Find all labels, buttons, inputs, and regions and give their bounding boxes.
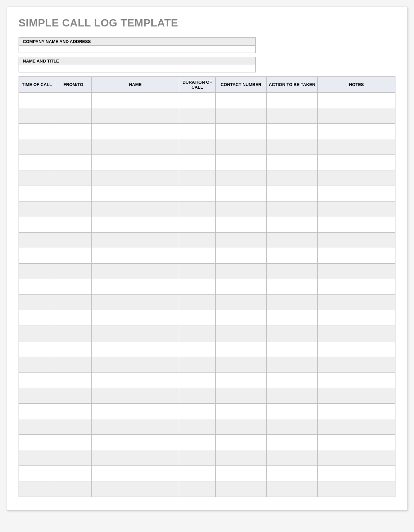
table-cell[interactable]: [92, 186, 179, 201]
table-cell[interactable]: [267, 466, 318, 481]
table-cell[interactable]: [179, 310, 216, 326]
table-cell[interactable]: [19, 481, 55, 497]
table-cell[interactable]: [92, 93, 179, 108]
table-cell[interactable]: [19, 186, 55, 201]
table-cell[interactable]: [216, 139, 267, 155]
table-cell[interactable]: [92, 466, 179, 481]
table-cell[interactable]: [216, 295, 267, 310]
table-cell[interactable]: [267, 450, 318, 466]
table-cell[interactable]: [19, 108, 55, 124]
table-cell[interactable]: [216, 201, 267, 217]
table-cell[interactable]: [216, 108, 267, 124]
table-cell[interactable]: [55, 139, 92, 155]
table-cell[interactable]: [179, 233, 216, 248]
table-cell[interactable]: [179, 435, 216, 450]
table-cell[interactable]: [55, 466, 92, 481]
table-cell[interactable]: [267, 373, 318, 388]
table-cell[interactable]: [179, 248, 216, 264]
table-cell[interactable]: [216, 481, 267, 497]
table-cell[interactable]: [267, 388, 318, 404]
table-cell[interactable]: [55, 310, 92, 326]
table-cell[interactable]: [55, 341, 92, 357]
table-cell[interactable]: [318, 357, 395, 373]
table-cell[interactable]: [216, 279, 267, 295]
table-cell[interactable]: [92, 248, 179, 264]
table-cell[interactable]: [216, 419, 267, 435]
table-cell[interactable]: [179, 186, 216, 201]
table-cell[interactable]: [55, 217, 92, 233]
table-cell[interactable]: [216, 388, 267, 404]
table-cell[interactable]: [19, 450, 55, 466]
table-cell[interactable]: [318, 481, 395, 497]
table-cell[interactable]: [92, 341, 179, 357]
table-cell[interactable]: [55, 419, 92, 435]
table-cell[interactable]: [267, 264, 318, 279]
table-cell[interactable]: [318, 310, 395, 326]
table-cell[interactable]: [318, 155, 395, 170]
table-cell[interactable]: [179, 279, 216, 295]
table-cell[interactable]: [19, 201, 55, 217]
table-cell[interactable]: [92, 435, 179, 450]
table-cell[interactable]: [267, 435, 318, 450]
table-cell[interactable]: [179, 373, 216, 388]
table-cell[interactable]: [55, 279, 92, 295]
table-cell[interactable]: [55, 248, 92, 264]
table-cell[interactable]: [216, 466, 267, 481]
table-cell[interactable]: [267, 108, 318, 124]
table-cell[interactable]: [55, 481, 92, 497]
table-cell[interactable]: [19, 310, 55, 326]
table-cell[interactable]: [216, 357, 267, 373]
table-cell[interactable]: [267, 217, 318, 233]
table-cell[interactable]: [267, 139, 318, 155]
table-cell[interactable]: [216, 186, 267, 201]
table-cell[interactable]: [92, 108, 179, 124]
table-cell[interactable]: [19, 435, 55, 450]
table-cell[interactable]: [55, 93, 92, 108]
table-cell[interactable]: [92, 481, 179, 497]
table-cell[interactable]: [179, 388, 216, 404]
table-cell[interactable]: [318, 108, 395, 124]
table-cell[interactable]: [179, 295, 216, 310]
table-cell[interactable]: [55, 264, 92, 279]
table-cell[interactable]: [55, 435, 92, 450]
table-cell[interactable]: [267, 233, 318, 248]
table-cell[interactable]: [267, 481, 318, 497]
table-cell[interactable]: [318, 233, 395, 248]
table-cell[interactable]: [92, 170, 179, 186]
table-cell[interactable]: [92, 450, 179, 466]
table-cell[interactable]: [92, 310, 179, 326]
table-cell[interactable]: [216, 248, 267, 264]
table-cell[interactable]: [318, 279, 395, 295]
table-cell[interactable]: [318, 419, 395, 435]
table-cell[interactable]: [318, 466, 395, 481]
table-cell[interactable]: [92, 404, 179, 419]
table-cell[interactable]: [179, 170, 216, 186]
table-cell[interactable]: [55, 233, 92, 248]
table-cell[interactable]: [55, 373, 92, 388]
table-cell[interactable]: [19, 357, 55, 373]
table-cell[interactable]: [216, 93, 267, 108]
table-cell[interactable]: [267, 155, 318, 170]
table-cell[interactable]: [92, 264, 179, 279]
table-cell[interactable]: [55, 326, 92, 341]
table-cell[interactable]: [318, 388, 395, 404]
table-cell[interactable]: [179, 341, 216, 357]
table-cell[interactable]: [55, 295, 92, 310]
table-cell[interactable]: [179, 481, 216, 497]
table-cell[interactable]: [318, 248, 395, 264]
table-cell[interactable]: [92, 326, 179, 341]
table-cell[interactable]: [216, 341, 267, 357]
company-info-field[interactable]: [19, 46, 256, 53]
table-cell[interactable]: [267, 93, 318, 108]
table-cell[interactable]: [216, 124, 267, 139]
table-cell[interactable]: [19, 124, 55, 139]
table-cell[interactable]: [92, 155, 179, 170]
table-cell[interactable]: [55, 108, 92, 124]
table-cell[interactable]: [216, 233, 267, 248]
table-cell[interactable]: [179, 264, 216, 279]
table-cell[interactable]: [216, 264, 267, 279]
table-cell[interactable]: [92, 124, 179, 139]
table-cell[interactable]: [267, 357, 318, 373]
table-cell[interactable]: [318, 201, 395, 217]
table-cell[interactable]: [19, 295, 55, 310]
